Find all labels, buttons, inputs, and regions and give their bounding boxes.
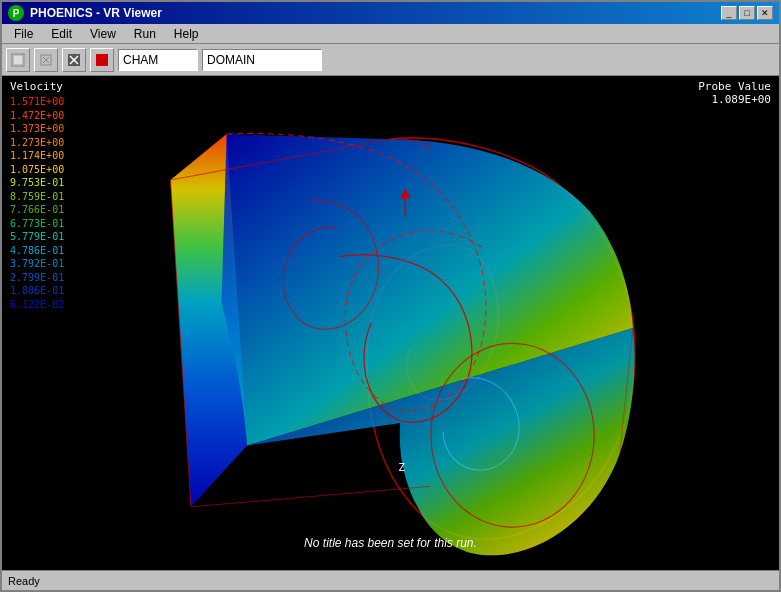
toolbar-btn-1[interactable]: [6, 48, 30, 72]
legend-items: 1.571E+001.472E+001.373E+001.273E+001.17…: [10, 95, 64, 311]
toolbar: [2, 44, 779, 76]
viewport[interactable]: Z Velocity 1.571E+001.472E+001.373E+001.…: [2, 76, 779, 570]
toolbar-btn-2[interactable]: [34, 48, 58, 72]
legend-item: 1.571E+00: [10, 95, 64, 109]
legend-item: 1.472E+00: [10, 109, 64, 123]
legend-item: 1.273E+00: [10, 136, 64, 150]
legend-item: 1.373E+00: [10, 122, 64, 136]
status-bar: Ready: [2, 570, 779, 590]
no-title-message: No title has been set for this run.: [304, 536, 477, 550]
cham-input[interactable]: [118, 49, 198, 71]
minimize-button[interactable]: _: [721, 6, 737, 20]
main-window: P PHOENICS - VR Viewer _ □ ✕ File Edit V…: [0, 0, 781, 592]
legend: Velocity 1.571E+001.472E+001.373E+001.27…: [10, 80, 64, 311]
title-buttons: _ □ ✕: [721, 6, 773, 20]
menu-bar: File Edit View Run Help: [2, 24, 779, 44]
3d-visualization: Z: [2, 76, 779, 570]
menu-edit[interactable]: Edit: [43, 25, 80, 43]
legend-item: 8.759E-01: [10, 190, 64, 204]
maximize-button[interactable]: □: [739, 6, 755, 20]
window-title: PHOENICS - VR Viewer: [30, 6, 162, 20]
legend-item: 5.779E-01: [10, 230, 64, 244]
status-text: Ready: [8, 575, 40, 587]
menu-file[interactable]: File: [6, 25, 41, 43]
legend-item: 1.174E+00: [10, 149, 64, 163]
svg-text:Z: Z: [398, 461, 405, 474]
probe-value-panel: Probe Value 1.089E+00: [698, 80, 771, 106]
legend-item: 6.773E-01: [10, 217, 64, 231]
legend-item: 9.753E-01: [10, 176, 64, 190]
legend-item: 6.122E-02: [10, 298, 64, 312]
legend-item: 1.075E+00: [10, 163, 64, 177]
legend-title: Velocity: [10, 80, 64, 93]
legend-item: 7.766E-01: [10, 203, 64, 217]
legend-item: 3.792E-01: [10, 257, 64, 271]
svg-rect-3: [96, 54, 108, 66]
probe-label: Probe Value: [698, 80, 771, 93]
legend-item: 1.806E-01: [10, 284, 64, 298]
app-icon: P: [8, 5, 24, 21]
domain-input[interactable]: [202, 49, 322, 71]
menu-help[interactable]: Help: [166, 25, 207, 43]
svg-rect-1: [14, 56, 22, 64]
close-button[interactable]: ✕: [757, 6, 773, 20]
legend-item: 2.799E-01: [10, 271, 64, 285]
menu-view[interactable]: View: [82, 25, 124, 43]
toolbar-btn-3[interactable]: [62, 48, 86, 72]
toolbar-btn-4[interactable]: [90, 48, 114, 72]
title-bar-left: P PHOENICS - VR Viewer: [8, 5, 162, 21]
probe-number: 1.089E+00: [698, 93, 771, 106]
menu-run[interactable]: Run: [126, 25, 164, 43]
svg-line-9: [191, 486, 431, 506]
legend-item: 4.786E-01: [10, 244, 64, 258]
title-bar: P PHOENICS - VR Viewer _ □ ✕: [2, 2, 779, 24]
